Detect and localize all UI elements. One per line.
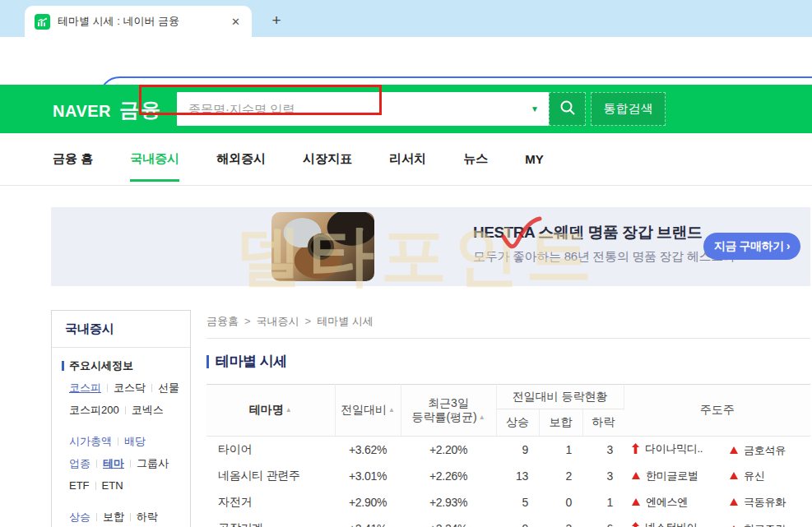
sidebar-links: 코스피코스닥선물코스피200코넥스시가총액배당업종테마그룹사ETFETN상승보합… [52,377,190,527]
sidebar-link-그룹사[interactable]: 그룹사 [137,457,169,469]
theme-name-link[interactable]: 타이어 [206,437,335,463]
leader-stock-name: 금호석유 [744,443,786,458]
breadcrumb-item[interactable]: 테마별 시세 [317,315,374,327]
theme-name-link[interactable]: 공작기계 [206,515,335,527]
total-search-button[interactable]: 통합검색 [591,92,666,126]
col-header-leaders: 주도주 [624,385,810,437]
stock-search-input[interactable] [177,102,527,116]
logo-service-text: 금융 [119,97,162,123]
ad-banner[interactable]: HESTRA 스웨덴 명품 장갑 브랜드 모두가 좋아하는 86년 전통의 명품… [51,207,810,286]
leader-stock-name: 극동유화 [744,495,786,510]
theme-name-link[interactable]: 네옴시티 관련주 [206,463,335,489]
sidebar-link-테마[interactable]: 테마 [103,457,124,469]
sidebar-link-배당[interactable]: 배당 [124,435,146,447]
sidebar-link-ETN[interactable]: ETN [102,479,123,492]
naver-finance-logo[interactable]: NAVER 금융 [53,97,162,123]
sidebar-link-row: 코스피코스닥선물 [52,377,190,399]
nav-item-해외증시[interactable]: 해외증시 [216,133,266,186]
link-separator [107,384,108,392]
sidebar-link-보합[interactable]: 보합 [103,511,124,523]
sidebar-link-코스피200[interactable]: 코스피200 [69,404,119,416]
change-value: +2.90% [335,489,401,515]
leader-stock-넥스턴바이..[interactable]: 넥스턴바이.. [632,520,730,527]
sidebar-link-하락[interactable]: 하락 [137,511,158,523]
down-count: 3 [582,463,624,489]
sort-up-icon: ▲ [479,414,485,421]
browser-tab[interactable]: 테마별 시세 : 네이버 금융 ✕ [25,6,252,37]
nav-item-금융홈[interactable]: 금융 홈 [53,133,93,186]
sidebar-link-group: 상승보합하락 [52,506,190,527]
leader-stock-한미글로벌[interactable]: 한미글로벌 [632,469,730,483]
table-row: 타이어+3.62%+2.20%913다이나믹디..금호석유 [206,437,810,463]
leader-stock-name: 유신 [744,469,764,483]
table-row: 공작기계+2.41%+2.24%936넥스턴바이..한국주강 [206,515,810,527]
rise-triangle-icon [730,446,738,454]
avg3-value: +2.24% [401,515,496,527]
leader-stock-엔에스엔[interactable]: 엔에스엔 [632,495,730,510]
theme-name-link[interactable]: 자전거 [206,489,335,515]
down-count: 1 [582,489,624,515]
nav-item-시장지표[interactable]: 시장지표 [303,133,352,186]
nav-item-MY[interactable]: MY [525,133,544,186]
link-separator [118,437,118,446]
sidebar-link-코넥스[interactable]: 코넥스 [132,404,164,416]
sidebar-link-업종[interactable]: 업종 [69,457,90,469]
leader-stock-극동유화[interactable]: 극동유화 [730,495,812,510]
search-button[interactable] [549,92,586,126]
flat-count: 2 [539,463,582,489]
breadcrumb-separator-icon: > [305,315,312,327]
search-dropdown-caret-icon[interactable]: ▼ [527,104,549,113]
down-count: 6 [582,515,624,527]
change-value: +3.62% [335,437,401,463]
sidebar-link-row: 시가총액배당 [52,430,190,452]
leader-stock-name: 한국주강 [744,522,786,527]
divider [206,338,810,339]
breadcrumb-item[interactable]: 국내증시 [257,315,299,327]
theme-price-table: 테마명▲ 전일대비▲ 최근3일 등락률(평균)▲ 전일대비 등락현황 주도주 상… [206,384,810,527]
sidebar-link-row: ETFETN [52,474,190,497]
col-header-change[interactable]: 전일대비▲ [335,385,401,437]
rise-triangle-icon [632,498,640,506]
tab-close-icon[interactable]: ✕ [228,14,244,30]
leader-stock-유신[interactable]: 유신 [730,469,812,483]
limit-up-arrow-icon [632,443,639,454]
avg3-value: +2.20% [401,437,496,463]
sidebar-link-코스피[interactable]: 코스피 [69,381,101,394]
leader-stock-다이나믹디..[interactable]: 다이나믹디.. [632,441,730,456]
leader-stock-금호석유[interactable]: 금호석유 [730,443,812,458]
leader-stock-한국주강[interactable]: 한국주강 [730,522,812,527]
sidebar-link-row: 업종테마그룹사 [52,452,190,474]
nav-item-리서치[interactable]: 리서치 [389,133,426,186]
up-count: 9 [496,515,539,527]
nav-item-뉴스[interactable]: 뉴스 [463,133,488,186]
sidebar-link-group: 시가총액배당업종테마그룹사ETFETN [52,430,190,497]
sidebar-link-상승[interactable]: 상승 [69,511,90,523]
col-header-theme-name[interactable]: 테마명▲ [206,385,335,437]
sidebar-link-ETF[interactable]: ETF [69,479,90,492]
flat-count: 0 [539,489,582,515]
link-separator [96,460,97,468]
rise-triangle-icon [730,498,738,506]
ad-cta-button[interactable]: 지금 구매하기 › [703,233,800,260]
leader-stock-name: 엔에스엔 [646,495,688,510]
leader-stock-name: 다이나믹디.. [645,441,703,456]
down-count: 3 [582,437,624,463]
new-tab-button[interactable]: + [266,10,287,31]
nav-item-국내증시[interactable]: 국내증시 [130,133,179,186]
title-bar [206,355,209,368]
col-header-3day-avg[interactable]: 최근3일 등락률(평균)▲ [401,385,496,437]
breadcrumb-item[interactable]: 금융홈 [206,315,239,327]
naver-finance-favicon [35,14,50,30]
sidebar-link-선물[interactable]: 선물 [158,381,179,394]
sidebar-title[interactable]: 국내증시 [52,311,190,348]
page-title-text: 테마별 시세 [216,352,287,371]
sidebar-link-row: 코스피200코넥스 [52,399,190,421]
sidebar-link-시가총액[interactable]: 시가총액 [69,435,112,447]
tab-strip: 테마별 시세 : 네이버 금융 ✕ + [0,0,812,37]
sidebar-link-코스닥[interactable]: 코스닥 [114,381,146,394]
col-header-flat: 보합 [539,409,582,437]
rise-triangle-icon [730,472,738,479]
breadcrumb: 금융홈>국내증시>테마별 시세 [206,314,374,329]
col-header-status-span: 전일대비 등락현황 [496,385,624,409]
browser-window: 테마별 시세 : 네이버 금융 ✕ + ← → finance.naver.co… [0,0,812,527]
